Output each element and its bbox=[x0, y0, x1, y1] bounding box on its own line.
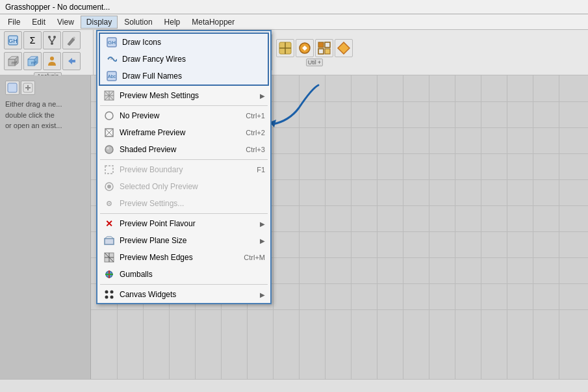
display-dropdown-menu: GH Draw Icons Draw Fancy Wires Abc Draw bbox=[96, 30, 272, 304]
menu-item-wireframe-preview[interactable]: Wireframe Preview Ctrl+2 bbox=[97, 124, 270, 141]
preview-mesh-settings-label: Preview Mesh Settings bbox=[120, 91, 257, 100]
menu-item-canvas-widgets[interactable]: Canvas Widgets ▶ bbox=[97, 286, 270, 303]
menu-item-draw-full-names[interactable]: Abc Draw Full Names bbox=[100, 68, 268, 85]
left-panel-icon1[interactable] bbox=[5, 81, 19, 95]
menu-item-preview-plane-size[interactable]: Preview Plane Size ▶ bbox=[97, 232, 270, 249]
left-toolbar: GH Σ bbox=[3, 30, 94, 75]
grid-v-12 bbox=[403, 75, 403, 379]
util-icon-1[interactable] bbox=[276, 39, 294, 57]
menu-item-gumballs[interactable]: Gumballs bbox=[97, 266, 270, 283]
util-icon-3[interactable] bbox=[315, 39, 333, 57]
separator-2 bbox=[100, 159, 268, 160]
status-bar bbox=[0, 379, 588, 392]
preview-point-flavour-label: Preview Point Flavour bbox=[120, 219, 257, 228]
left-panel-icon2[interactable] bbox=[21, 81, 35, 95]
preview-point-flavour-icon: ✕ bbox=[103, 217, 116, 230]
util-icon-4[interactable] bbox=[335, 39, 353, 57]
no-preview-icon bbox=[103, 109, 116, 122]
menu-help[interactable]: Help bbox=[159, 16, 186, 28]
svg-point-62 bbox=[107, 185, 111, 189]
tb-icon-cube[interactable]: m² bbox=[4, 52, 22, 70]
menu-item-draw-fancy-wires[interactable]: Draw Fancy Wires bbox=[100, 51, 268, 68]
preview-mesh-edges-label: Preview Mesh Edges bbox=[120, 253, 231, 262]
wireframe-preview-label: Wireframe Preview bbox=[120, 128, 233, 137]
grid-h-9 bbox=[91, 309, 588, 310]
draw-full-names-label: Draw Full Names bbox=[122, 72, 262, 81]
svg-marker-40 bbox=[338, 42, 350, 54]
tb-icon-person[interactable] bbox=[43, 52, 61, 70]
svg-point-15 bbox=[50, 57, 54, 60]
tb-icon-1[interactable]: GH bbox=[4, 31, 22, 49]
menu-view[interactable]: View bbox=[52, 16, 79, 28]
tb-icon-pencil[interactable] bbox=[62, 31, 81, 49]
util-label: Util+ bbox=[306, 59, 323, 66]
toolbar-section-util: Util+ bbox=[276, 39, 353, 66]
svg-rect-60 bbox=[105, 166, 113, 174]
menu-item-preview-boundary[interactable]: Preview Boundary F1 bbox=[97, 161, 270, 178]
menu-item-preview-settings[interactable]: Preview Settings... bbox=[97, 195, 270, 212]
div3 bbox=[272, 34, 272, 70]
menu-file[interactable]: File bbox=[3, 16, 25, 28]
preview-mesh-edges-shortcut: Ctrl+M bbox=[244, 254, 265, 261]
canvas-widgets-arrow: ▶ bbox=[260, 291, 265, 298]
tb-icon-cube2[interactable]: m³ bbox=[23, 52, 42, 70]
menu-item-selected-only-preview[interactable]: Selected Only Preview bbox=[97, 178, 270, 195]
preview-plane-size-label: Preview Plane Size bbox=[120, 236, 257, 245]
menu-solution[interactable]: Solution bbox=[119, 16, 157, 28]
draw-icons-label: Draw Icons bbox=[122, 38, 262, 47]
svg-rect-41 bbox=[8, 83, 17, 92]
grid-v-17 bbox=[533, 75, 533, 379]
svg-point-79 bbox=[110, 296, 114, 299]
svg-text:GH: GH bbox=[8, 38, 18, 44]
shaded-preview-shortcut: Ctrl+3 bbox=[246, 146, 265, 153]
svg-text:m³: m³ bbox=[31, 60, 37, 65]
main-area: Either drag a ne... double click the or … bbox=[0, 75, 588, 379]
svg-rect-37 bbox=[325, 42, 330, 47]
left-panel: Either drag a ne... double click the or … bbox=[0, 75, 91, 379]
preview-mesh-settings-icon bbox=[103, 89, 116, 102]
wireframe-preview-shortcut: Ctrl+2 bbox=[246, 129, 265, 137]
left-icons-row1: GH Σ bbox=[3, 30, 93, 51]
preview-mesh-edges-icon bbox=[103, 251, 116, 264]
shaded-preview-icon bbox=[103, 143, 116, 156]
menu-item-preview-mesh-settings[interactable]: Preview Mesh Settings ▶ bbox=[97, 87, 270, 104]
selected-only-preview-label: Selected Only Preview bbox=[120, 182, 265, 191]
blue-arrow-annotation bbox=[266, 82, 331, 136]
svg-point-64 bbox=[109, 203, 110, 204]
separator-3 bbox=[100, 213, 268, 214]
svg-point-4 bbox=[51, 42, 53, 45]
separator-1 bbox=[100, 105, 268, 106]
menu-item-shaded-preview[interactable]: Shaded Preview Ctrl+3 bbox=[97, 141, 270, 158]
hint-line3: or open an exist... bbox=[5, 122, 62, 129]
menu-display[interactable]: Display bbox=[81, 16, 118, 29]
preview-settings-label: Preview Settings... bbox=[120, 199, 265, 208]
preview-boundary-shortcut: F1 bbox=[257, 166, 265, 174]
preview-boundary-icon bbox=[103, 163, 116, 176]
svg-point-76 bbox=[105, 291, 109, 294]
grid-v-11 bbox=[377, 75, 377, 379]
svg-rect-36 bbox=[318, 42, 324, 47]
preview-mesh-settings-arrow: ▶ bbox=[260, 92, 265, 99]
menu-edit[interactable]: Edit bbox=[27, 16, 51, 28]
tb-icon-fork[interactable] bbox=[43, 31, 61, 49]
tb-icon-arrow[interactable] bbox=[62, 52, 81, 70]
svg-point-78 bbox=[105, 296, 109, 299]
util-icon-2[interactable] bbox=[296, 39, 314, 57]
preview-boundary-label: Preview Boundary bbox=[120, 165, 244, 174]
grid-v-15 bbox=[481, 75, 481, 379]
menu-item-no-preview[interactable]: No Preview Ctrl+1 bbox=[97, 107, 270, 124]
svg-text:GH: GH bbox=[108, 40, 116, 46]
menu-item-draw-icons[interactable]: GH Draw Icons bbox=[100, 34, 268, 51]
draw-full-names-icon: Abc bbox=[105, 70, 118, 83]
svg-rect-39 bbox=[325, 49, 330, 54]
menu-item-preview-mesh-edges[interactable]: Preview Mesh Edges Ctrl+M bbox=[97, 249, 270, 266]
draw-fancy-wires-icon bbox=[105, 53, 118, 66]
preview-plane-size-arrow: ▶ bbox=[260, 237, 265, 244]
svg-point-54 bbox=[105, 112, 113, 120]
tb-icon-sigma[interactable]: Σ bbox=[23, 31, 42, 49]
svg-point-59 bbox=[107, 147, 109, 150]
menu-metahopper[interactable]: MetaHopper bbox=[186, 16, 240, 28]
toolbar-area: GH Σ bbox=[0, 30, 588, 75]
menu-item-preview-point-flavour[interactable]: ✕ Preview Point Flavour ▶ bbox=[97, 215, 270, 232]
svg-point-77 bbox=[110, 291, 114, 294]
